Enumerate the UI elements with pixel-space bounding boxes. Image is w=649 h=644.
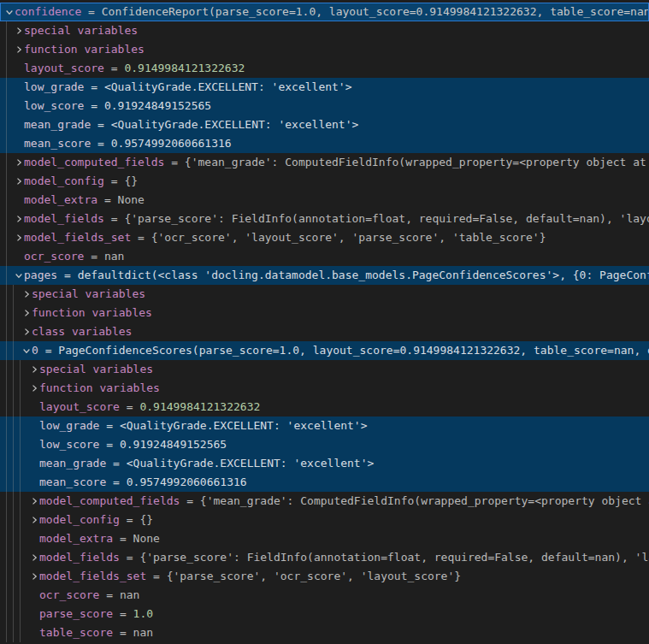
chevron-right-icon[interactable] xyxy=(13,228,24,247)
chevron-down-icon[interactable] xyxy=(21,341,32,360)
variable-row-model-fields[interactable]: model_fields = {'parse_score': FieldInfo… xyxy=(0,548,649,567)
variable-row-model-fields[interactable]: model_fields = {'parse_score': FieldInfo… xyxy=(0,210,649,228)
variable-row-special-variables[interactable]: special variables xyxy=(0,285,649,304)
variable-name: ocr_score xyxy=(24,247,84,266)
variable-name: table_score xyxy=(39,623,113,642)
variable-row-low-score[interactable]: low_score = 0.91924849152565 xyxy=(0,97,649,115)
variable-row-ocr-score[interactable]: ocr_score = nan xyxy=(0,586,649,605)
variable-name: model_fields xyxy=(39,548,120,567)
variable-row-0[interactable]: 0 = PageConfidenceScores(parse_score=1.0… xyxy=(0,341,649,360)
variable-row-low-score[interactable]: low_score = 0.91924849152565 xyxy=(0,435,649,454)
chevron-right-icon[interactable] xyxy=(13,210,24,228)
variable-value: defaultdict(<class 'docling.datamodel.ba… xyxy=(78,266,649,285)
variable-row-model-config[interactable]: model_config = {} xyxy=(0,172,649,191)
variable-row-function-variables[interactable]: function variables xyxy=(0,379,649,398)
equals-sign: = xyxy=(84,247,103,266)
variable-row-model-fields-set[interactable]: model_fields_set = {'ocr_score', 'layout… xyxy=(0,228,649,247)
variable-row-pages[interactable]: pages = defaultdict(<class 'docling.data… xyxy=(0,266,649,285)
twisty-spacer xyxy=(13,59,24,78)
variable-name: model_computed_fields xyxy=(24,153,164,172)
variable-row-model-config[interactable]: model_config = {} xyxy=(0,511,649,529)
chevron-right-icon[interactable] xyxy=(28,379,39,398)
chevron-right-icon[interactable] xyxy=(21,304,32,322)
variable-value: {} xyxy=(139,511,153,529)
variable-name: low_grade xyxy=(24,78,84,97)
variable-row-model-fields-set[interactable]: model_fields_set = {'parse_score', 'ocr_… xyxy=(0,567,649,586)
variable-name: model_config xyxy=(39,511,120,529)
variable-row-special-variables[interactable]: special variables xyxy=(0,360,649,379)
equals-sign: = xyxy=(106,454,126,473)
chevron-right-icon[interactable] xyxy=(13,21,24,40)
variable-row-low-grade[interactable]: low_grade = <QualityGrade.EXCELLENT: 'ex… xyxy=(0,417,649,435)
variable-value: 0.9574992060661316 xyxy=(111,134,232,153)
equals-sign: = xyxy=(120,548,139,567)
equals-sign: = xyxy=(113,623,133,642)
equals-sign: = xyxy=(120,398,139,417)
variable-name: mean_score xyxy=(24,134,91,153)
variable-name: parse_score xyxy=(39,605,113,623)
equals-sign: = xyxy=(104,172,124,191)
variable-value: {'parse_score': FieldInfo(annotation=flo… xyxy=(139,548,649,567)
variable-row-model-computed-fields[interactable]: model_computed_fields = {'mean_grade': C… xyxy=(0,153,649,172)
variable-value: None xyxy=(118,191,145,210)
variable-row-layout-score[interactable]: layout_score = 0.9149984121322632 xyxy=(0,398,649,417)
variable-row-table-score[interactable]: table_score = nan xyxy=(0,623,649,642)
chevron-right-icon[interactable] xyxy=(28,511,39,529)
variable-row-mean-score[interactable]: mean_score = 0.9574992060661316 xyxy=(0,473,649,492)
chevron-right-icon[interactable] xyxy=(28,360,39,379)
chevron-right-icon[interactable] xyxy=(21,322,32,341)
chevron-right-icon[interactable] xyxy=(13,153,24,172)
variable-name: model_extra xyxy=(39,529,113,548)
equals-sign: = xyxy=(113,605,133,623)
variable-name: low_grade xyxy=(39,417,99,435)
variable-row-ocr-score[interactable]: ocr_score = nan xyxy=(0,247,649,266)
variable-row-function-variables[interactable]: function variables xyxy=(0,40,649,59)
variable-name: model_fields_set xyxy=(24,228,131,247)
variable-name: model_extra xyxy=(24,191,97,210)
variable-row-function-variables[interactable]: function variables xyxy=(0,304,649,322)
twisty-spacer xyxy=(28,435,39,454)
variable-name: mean_grade xyxy=(39,454,106,473)
chevron-right-icon[interactable] xyxy=(28,567,39,586)
variable-value: <QualityGrade.EXCELLENT: 'excellent'> xyxy=(127,454,375,473)
variable-value: None xyxy=(133,529,160,548)
variable-row-confidence[interactable]: confidence = ConfidenceReport(parse_scor… xyxy=(0,3,649,21)
chevron-right-icon[interactable] xyxy=(21,285,32,304)
variable-name: low_score xyxy=(24,97,84,115)
variable-row-class-variables[interactable]: class variables xyxy=(0,322,649,341)
chevron-down-icon[interactable] xyxy=(3,3,15,21)
twisty-spacer xyxy=(13,97,24,115)
equals-sign: = xyxy=(120,511,139,529)
variable-row-parse-score[interactable]: parse_score = 1.0 xyxy=(0,605,649,623)
variable-row-mean-score[interactable]: mean_score = 0.9574992060661316 xyxy=(0,134,649,153)
equals-sign: = xyxy=(99,417,119,435)
variable-name: function variables xyxy=(24,40,145,59)
chevron-right-icon[interactable] xyxy=(28,492,39,511)
chevron-right-icon[interactable] xyxy=(13,40,24,59)
equals-sign: = xyxy=(84,78,103,97)
chevron-right-icon[interactable] xyxy=(28,548,39,567)
variable-row-mean-grade[interactable]: mean_grade = <QualityGrade.EXCELLENT: 'e… xyxy=(0,115,649,134)
variable-name: model_computed_fields xyxy=(39,492,180,511)
variable-name: 0 xyxy=(32,341,38,360)
variable-row-model-extra[interactable]: model_extra = None xyxy=(0,529,649,548)
variable-row-model-extra[interactable]: model_extra = None xyxy=(0,191,649,210)
variable-name: model_fields xyxy=(24,210,104,228)
twisty-spacer xyxy=(13,78,24,97)
variable-row-model-computed-fields[interactable]: model_computed_fields = {'mean_grade': C… xyxy=(0,492,649,511)
equals-sign: = xyxy=(131,228,150,247)
chevron-right-icon[interactable] xyxy=(13,172,24,191)
equals-sign: = xyxy=(164,153,184,172)
variable-row-low-grade[interactable]: low_grade = <QualityGrade.EXCELLENT: 'ex… xyxy=(0,78,649,97)
variable-value: PageConfidenceScores(parse_score=1.0, la… xyxy=(58,341,649,360)
variable-value: {'mean_grade': ComputedFieldInfo(wrapped… xyxy=(200,492,649,511)
variable-row-layout-score[interactable]: layout_score = 0.9149984121322632 xyxy=(0,59,649,78)
variable-row-mean-grade[interactable]: mean_grade = <QualityGrade.EXCELLENT: 'e… xyxy=(0,454,649,473)
equals-sign: = xyxy=(99,435,119,454)
variable-row-special-variables[interactable]: special variables xyxy=(0,21,649,40)
variable-value: nan xyxy=(120,586,139,605)
twisty-spacer xyxy=(13,134,24,153)
variable-value: {'parse_score', 'ocr_score', 'layout_sco… xyxy=(167,567,461,586)
variable-name: confidence xyxy=(15,3,81,21)
chevron-down-icon[interactable] xyxy=(13,266,24,285)
